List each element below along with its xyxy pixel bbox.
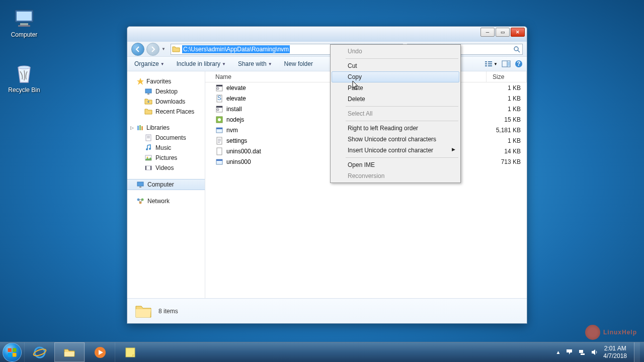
favorites-header[interactable]: Favorites — [127, 76, 205, 86]
task-sticky[interactable] — [115, 342, 145, 362]
svg-rect-69 — [581, 353, 585, 355]
help-button[interactable]: ? — [515, 60, 523, 68]
file-name: install — [226, 106, 242, 113]
tray-volume-icon[interactable] — [591, 348, 598, 356]
forward-button[interactable] — [146, 43, 159, 56]
toolbar: Organize ▼ Include in library ▼ Share wi… — [127, 57, 527, 71]
new-folder-button[interactable]: New folder — [281, 59, 316, 68]
explorer-icon — [62, 345, 76, 359]
ctx-paste[interactable]: Paste — [332, 82, 459, 94]
file-icon — [215, 137, 223, 145]
file-icon — [215, 158, 223, 166]
ctx-open-ime[interactable]: Open IME — [332, 159, 459, 170]
svg-rect-47 — [216, 106, 222, 108]
address-path[interactable]: C:\Users\admin\AppData\Roaming\nvm — [182, 45, 290, 53]
file-icon — [215, 84, 223, 92]
svg-rect-2 — [20, 23, 28, 25]
desktop-icon — [144, 87, 152, 96]
sidebar-item-downloads[interactable]: Downloads — [127, 97, 205, 107]
svg-point-65 — [33, 347, 47, 356]
sidebar-item-desktop[interactable]: Desktop — [127, 86, 205, 97]
preview-pane-button[interactable] — [502, 60, 511, 67]
sidebar-item-pictures[interactable]: Pictures — [127, 153, 205, 163]
file-name: nvm — [226, 127, 238, 134]
svg-rect-11 — [485, 65, 487, 66]
documents-icon — [144, 134, 152, 142]
sidebar-item-recent[interactable]: Recent Places — [127, 107, 205, 117]
desktop-icon-recycle-bin[interactable]: Recycle Bin — [5, 61, 43, 94]
file-icon — [215, 105, 223, 113]
file-name: settings — [226, 137, 247, 144]
recycle-bin-icon — [12, 61, 36, 85]
svg-point-26 — [146, 148, 148, 150]
svg-rect-19 — [147, 94, 149, 95]
system-tray: ▲ 2:01 AM 4/7/2018 — [551, 342, 644, 362]
search-icon — [513, 46, 520, 53]
file-size: 5,181 KB — [488, 127, 527, 134]
svg-rect-42 — [216, 85, 222, 86]
start-button[interactable] — [0, 342, 24, 363]
explorer-window: ─ ▭ ✕ ▼ C:\Users\admin\AppData\Roaming\n… — [127, 26, 527, 324]
taskbar: ▲ 2:01 AM 4/7/2018 — [0, 342, 644, 362]
svg-point-27 — [149, 148, 151, 150]
ctx-select-all: Select All — [332, 108, 459, 119]
tray-action-center-icon[interactable] — [566, 348, 573, 356]
minimize-button[interactable]: ─ — [480, 28, 495, 37]
include-library-button[interactable]: Include in library ▼ — [174, 59, 229, 68]
svg-rect-7 — [485, 61, 487, 62]
svg-rect-12 — [488, 65, 492, 66]
pictures-icon — [144, 154, 152, 162]
maximize-button[interactable]: ▭ — [496, 28, 510, 37]
libraries-header[interactable]: ▷ Libraries — [127, 123, 205, 133]
svg-rect-15 — [508, 62, 510, 66]
ctx-rtl[interactable]: Right to left Reading order — [332, 123, 459, 134]
show-desktop-button[interactable] — [634, 342, 640, 362]
sidebar-item-network[interactable]: Network — [127, 196, 205, 206]
file-name: unins000 — [226, 158, 251, 165]
music-icon — [144, 144, 152, 152]
svg-rect-8 — [488, 61, 492, 62]
context-menu: Undo Cut Copy Paste Delete Select All Ri… — [330, 44, 461, 183]
sidebar-item-music[interactable]: Music — [127, 143, 205, 153]
svg-rect-31 — [145, 166, 146, 170]
task-wmp[interactable] — [85, 342, 115, 362]
videos-icon — [144, 164, 152, 172]
task-ie[interactable] — [24, 342, 54, 362]
ctx-insert-unicode[interactable]: Insert Unicode control character▶ — [332, 145, 459, 156]
column-size[interactable]: Size — [487, 71, 527, 82]
network-icon — [136, 197, 144, 205]
desktop-icon-computer[interactable]: Computer — [5, 6, 43, 38]
downloads-icon — [144, 98, 152, 106]
folder-icon — [134, 302, 152, 320]
file-name: unins000.dat — [226, 148, 261, 155]
expand-icon: ▷ — [130, 125, 134, 130]
wmp-icon — [93, 345, 107, 359]
task-explorer[interactable] — [54, 342, 85, 362]
close-button[interactable]: ✕ — [511, 28, 525, 37]
computer-icon — [12, 6, 36, 30]
ctx-delete[interactable]: Delete — [332, 94, 459, 105]
svg-point-50 — [218, 118, 221, 121]
file-size: 14 KB — [488, 148, 527, 155]
organize-button[interactable]: Organize ▼ — [131, 59, 168, 68]
tray-show-hidden[interactable]: ▲ — [555, 349, 560, 355]
ctx-copy[interactable]: Copy — [332, 71, 459, 82]
ctx-cut[interactable]: Cut — [332, 60, 459, 71]
back-button[interactable] — [131, 43, 144, 56]
file-icon: S — [215, 95, 223, 103]
ctx-show-unicode[interactable]: Show Unicode control characters — [332, 134, 459, 145]
titlebar[interactable]: ─ ▭ ✕ — [127, 27, 527, 42]
sidebar-item-videos[interactable]: Videos — [127, 163, 205, 173]
details-text: 8 items — [158, 308, 178, 315]
tray-network-icon[interactable] — [578, 348, 586, 356]
view-options-button[interactable]: ▼ — [485, 60, 498, 67]
view-icon — [485, 60, 493, 67]
svg-rect-10 — [488, 63, 492, 64]
share-with-button[interactable]: Share with ▼ — [235, 59, 275, 68]
sidebar-item-computer[interactable]: Computer — [127, 179, 205, 190]
sidebar-item-documents[interactable]: Documents — [127, 133, 205, 143]
svg-rect-52 — [216, 128, 222, 129]
svg-rect-60 — [8, 348, 12, 352]
tray-clock[interactable]: 2:01 AM 4/7/2018 — [603, 345, 629, 359]
history-dropdown[interactable]: ▼ — [162, 47, 167, 51]
